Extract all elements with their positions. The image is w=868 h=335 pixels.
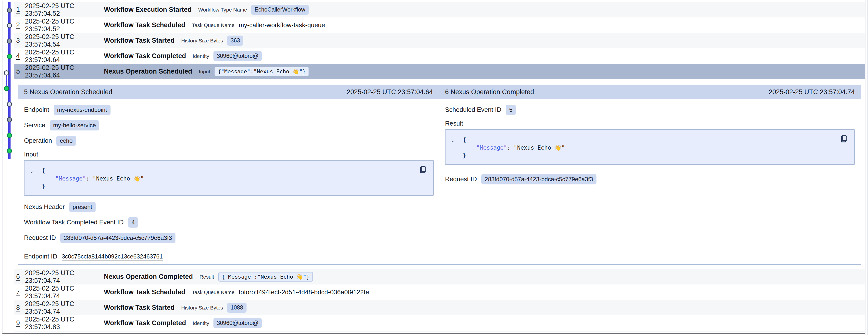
event-row-6[interactable]: 6 2025-02-25 UTC 23:57:04.74 Nexus Opera… <box>14 269 865 284</box>
timeline-dot-event-2[interactable] <box>7 23 12 28</box>
timeline-dot-event-10[interactable] <box>7 148 12 153</box>
next-row-partial <box>14 331 865 333</box>
event-name: Workflow Task Started <box>104 304 175 311</box>
event-row-9[interactable]: 9 2025-02-25 UTC 23:57:04.83 Workflow Ta… <box>14 315 865 331</box>
event-row-7[interactable]: 7 2025-02-25 UTC 23:57:04.74 Workflow Ta… <box>14 284 865 300</box>
field-value-badge: echo <box>56 136 76 146</box>
event-row-1[interactable]: 1 2025-02-25 UTC 23:57:04.52 Workflow Ex… <box>14 2 865 18</box>
panel-header: 6 Nexus Operation Completed 2025-02-25 U… <box>439 85 861 99</box>
timeline-dot-event-5[interactable] <box>4 71 9 76</box>
field-operation: Operation echo <box>24 133 433 148</box>
page-top-border <box>2 1 866 1</box>
event-summary-label: Task Queue Name <box>192 289 235 295</box>
event-id-link[interactable]: 3 <box>16 37 25 45</box>
field-value-badge: my-nexus-endpoint <box>54 105 111 115</box>
event-id-link[interactable]: 1 <box>16 6 25 13</box>
event-summary-label: Result <box>199 274 214 280</box>
field-label: Nexus Header <box>24 203 65 211</box>
field-label: Request ID <box>445 175 477 183</box>
event-name: Nexus Operation Scheduled <box>104 68 192 75</box>
field-value-badge: my-hello-service <box>50 120 99 131</box>
vertical-scrollbar[interactable] <box>866 0 868 335</box>
panel-header: 5 Nexus Operation Scheduled 2025-02-25 U… <box>18 85 439 99</box>
event-name: Nexus Operation Completed <box>104 273 193 281</box>
event-summary-value: 30960@totoro@ <box>213 318 262 328</box>
json-close-brace: } <box>451 151 854 160</box>
copy-icon[interactable] <box>418 165 427 174</box>
json-open-brace: { <box>29 167 433 175</box>
field-workflow-task-completed-event-id: Workflow Task Completed Event ID 4 <box>24 215 433 230</box>
event-detail-panels: 5 Nexus Operation Scheduled 2025-02-25 U… <box>18 85 861 264</box>
event-id-link[interactable]: 7 <box>16 288 25 296</box>
timeline-graph <box>0 0 14 172</box>
task-queue-link[interactable]: totoro:f494fecf-2d51-4d48-bdcd-036a0f912… <box>239 288 369 296</box>
field-endpoint: Endpoint my-nexus-endpoint <box>24 102 433 117</box>
json-value: : "Nexus Echo 👋" <box>86 175 144 182</box>
panel-nexus-operation-completed: 6 Nexus Operation Completed 2025-02-25 U… <box>439 85 861 264</box>
panel-title: 5 Nexus Operation Scheduled <box>24 88 112 96</box>
copy-icon[interactable] <box>840 134 848 143</box>
event-id-link[interactable]: 4 <box>16 52 25 60</box>
event-row-8[interactable]: 8 2025-02-25 UTC 23:57:04.74 Workflow Ta… <box>14 300 865 315</box>
event-row-5-selected[interactable]: 5 2025-02-25 UTC 23:57:04.64 Nexus Opera… <box>14 64 865 79</box>
collapse-chevron-icon[interactable]: ⌄ <box>29 168 34 174</box>
timeline-dot-event-9[interactable] <box>7 133 12 138</box>
timeline-dot-event-1[interactable] <box>7 8 12 13</box>
json-key: "Message" <box>476 144 507 151</box>
field-request-id: Request ID 283fd070-d57a-4423-bdca-c5c77… <box>445 171 855 187</box>
event-summary-label: Workflow Type Name <box>198 7 247 13</box>
field-label: Scheduled Event ID <box>445 106 501 114</box>
timeline-dot-event-7[interactable] <box>7 102 12 107</box>
timeline-dot-event-4[interactable] <box>7 54 12 59</box>
field-value-badge: 5 <box>506 105 516 115</box>
event-id-link[interactable]: 5 <box>16 68 25 75</box>
task-queue-link[interactable]: my-caller-workflow-task-queue <box>239 21 325 29</box>
field-value-badge: 283fd070-d57a-4423-bdca-c5c779e6a3f3 <box>60 233 176 243</box>
endpoint-id-link[interactable]: 3c0c75ccfa8144b092c13ce632463761 <box>62 253 163 260</box>
event-summary-label: Input <box>199 69 210 75</box>
event-row-3[interactable]: 3 2025-02-25 UTC 23:57:04.54 Workflow Ta… <box>14 33 865 48</box>
event-id-link[interactable]: 2 <box>16 21 25 29</box>
json-line: "Message": "Nexus Echo 👋" <box>451 144 854 151</box>
event-summary-label: Task Queue Name <box>192 22 235 28</box>
field-value-badge: present <box>69 202 96 212</box>
event-id-link[interactable]: 9 <box>16 319 25 327</box>
field-request-id: Request ID 283fd070-d57a-4423-bdca-c5c77… <box>24 230 433 246</box>
json-line: "Message": "Nexus Echo 👋" <box>29 175 433 183</box>
json-key: "Message" <box>55 175 86 182</box>
collapse-chevron-icon[interactable]: ⌄ <box>451 138 455 143</box>
field-nexus-header: Nexus Header present <box>24 199 433 215</box>
field-service: Service my-hello-service <box>24 117 433 133</box>
event-id-link[interactable]: 6 <box>16 273 25 281</box>
event-timestamp: 2025-02-25 UTC 23:57:04.54 <box>25 33 104 48</box>
event-row-4[interactable]: 4 2025-02-25 UTC 23:57:04.64 Workflow Ta… <box>14 48 865 64</box>
timeline-dot-event-6[interactable] <box>4 86 9 91</box>
field-value-badge: 4 <box>128 217 138 228</box>
event-summary-label: History Size Bytes <box>181 38 223 44</box>
event-summary-label: History Size Bytes <box>181 305 223 311</box>
event-name: Workflow Task Completed <box>104 52 186 60</box>
field-label: Endpoint <box>24 106 49 114</box>
field-label: Request ID <box>24 234 56 242</box>
event-timestamp: 2025-02-25 UTC 23:57:04.52 <box>25 18 104 33</box>
panel-timestamp: 2025-02-25 UTC 23:57:04.64 <box>347 88 433 96</box>
json-open-brace: { <box>451 136 854 144</box>
field-endpoint-id: Endpoint ID 3c0c75ccfa8144b092c13ce63246… <box>24 249 433 264</box>
workflow-event-history: 1 2025-02-25 UTC 23:57:04.52 Workflow Ex… <box>0 0 868 335</box>
event-timestamp: 2025-02-25 UTC 23:57:04.74 <box>25 269 104 284</box>
timeline-dot-event-3[interactable] <box>7 38 12 44</box>
event-timestamp: 2025-02-25 UTC 23:57:04.52 <box>25 2 104 18</box>
timeline-dot-event-8[interactable] <box>7 117 12 122</box>
field-label: Endpoint ID <box>24 253 57 260</box>
event-summary-value: 30960@totoro@ <box>213 51 262 61</box>
event-summary-label: Identity <box>193 320 209 326</box>
result-json-viewer: ⌄ { "Message": "Nexus Echo 👋" } <box>445 129 855 165</box>
event-id-link[interactable]: 8 <box>16 304 25 311</box>
event-summary-label: Identity <box>193 53 209 59</box>
event-row-2[interactable]: 2 2025-02-25 UTC 23:57:04.52 Workflow Ta… <box>14 18 865 33</box>
event-summary-value: EchoCallerWorkflow <box>251 5 309 15</box>
event-timestamp: 2025-02-25 UTC 23:57:04.74 <box>25 300 104 315</box>
bottom-divider <box>2 333 865 334</box>
event-timestamp: 2025-02-25 UTC 23:57:04.64 <box>25 64 104 79</box>
field-label: Operation <box>24 137 52 144</box>
